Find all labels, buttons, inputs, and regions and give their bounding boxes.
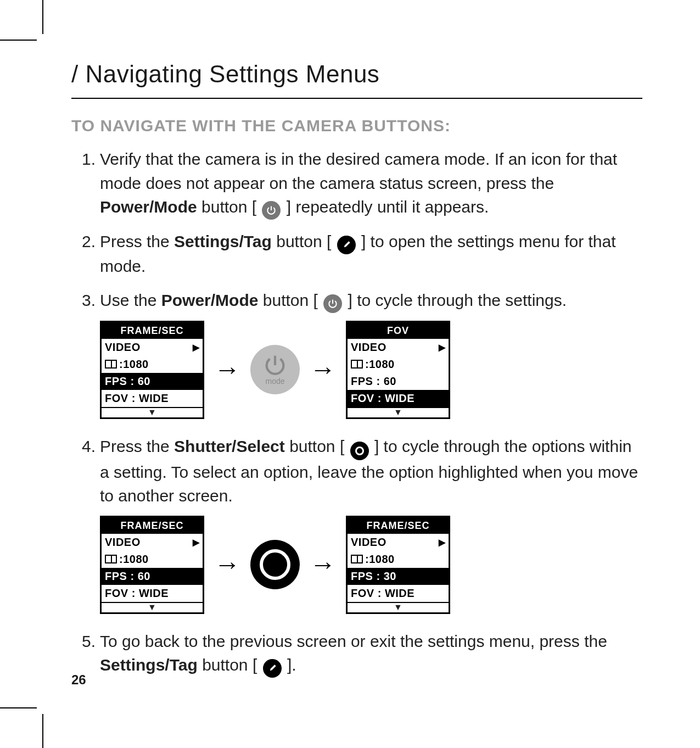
step-text: To go back to the previous screen or exi… <box>100 632 607 650</box>
step-text: Use the <box>100 291 161 309</box>
crop-mark <box>0 40 37 41</box>
lcd-diagram-2: FRAME/SEC VIDEO▶ :1080 FPS : 60 FOV : WI… <box>100 516 642 614</box>
lcd-screen: FRAME/SEC VIDEO▶ :1080 FPS : 60 FOV : WI… <box>100 321 204 419</box>
step-3: 3. Use the Power/Mode button [ ] to cycl… <box>100 288 642 419</box>
arrow-right-icon: → <box>214 545 240 584</box>
lcd-row-video: VIDEO▶ <box>102 339 203 356</box>
settings-tag-label: Settings/Tag <box>100 656 198 674</box>
power-mode-label: Power/Mode <box>161 291 259 309</box>
step-1: 1. Verify that the camera is in the desi… <box>100 147 642 220</box>
lcd-screen: FRAME/SEC VIDEO▶ :1080 FPS : 60 FOV : WI… <box>100 516 204 614</box>
step-5: 5. To go back to the previous screen or … <box>100 629 642 678</box>
lcd-row-res: :1080 <box>102 356 203 373</box>
settings-tag-icon <box>263 659 282 678</box>
step-text: Verify that the camera is in the desired… <box>100 150 617 192</box>
step-text: button [ <box>198 656 262 674</box>
power-mode-icon <box>323 294 342 313</box>
power-mode-label: Power/Mode <box>100 198 197 216</box>
lcd-header: FRAME/SEC <box>348 517 449 534</box>
page-title: / Navigating Settings Menus <box>71 60 642 99</box>
lcd-row-fov-selected: FOV : WIDE <box>348 390 449 407</box>
section-heading: TO NAVIGATE WITH THE CAMERA BUTTONS: <box>71 116 642 135</box>
shutter-select-label: Shutter/Select <box>174 437 285 455</box>
crop-mark <box>42 0 43 34</box>
step-text: button [ <box>197 198 261 216</box>
lcd-footer: ▼ <box>348 602 449 612</box>
shutter-button-graphic <box>250 540 300 589</box>
lcd-row-fps-selected: FPS : 60 <box>102 373 203 390</box>
step-text: Press the <box>100 232 174 250</box>
crop-mark <box>42 714 43 748</box>
page: / Navigating Settings Menus TO NAVIGATE … <box>0 0 700 748</box>
lcd-row-fps-selected: FPS : 60 <box>102 568 203 585</box>
step-text: ] to cycle through the settings. <box>343 291 567 309</box>
lcd-row-res: :1080 <box>348 356 449 373</box>
steps-list: 1. Verify that the camera is in the desi… <box>71 147 642 678</box>
step-number: 4. <box>71 434 96 459</box>
settings-tag-label: Settings/Tag <box>174 232 272 250</box>
lcd-row-fps-selected: FPS : 30 <box>348 568 449 585</box>
lcd-row-res: :1080 <box>348 551 449 568</box>
step-number: 2. <box>71 230 96 254</box>
step-text: ]. <box>283 656 296 674</box>
step-text: button [ <box>272 232 336 250</box>
lcd-row-fov: FOV : WIDE <box>102 585 203 602</box>
step-4: 4. Press the Shutter/Select button [ ] t… <box>100 434 642 614</box>
mode-button-label: mode <box>265 376 284 387</box>
step-number: 5. <box>71 629 96 654</box>
lcd-row-video: VIDEO▶ <box>348 339 449 356</box>
crop-mark <box>0 707 37 708</box>
step-text: button [ <box>258 291 322 309</box>
lcd-row-fps: FPS : 60 <box>348 373 449 390</box>
lcd-screen: FOV VIDEO▶ :1080 FPS : 60 FOV : WIDE ▼ <box>346 321 450 419</box>
arrow-right-icon: → <box>310 545 336 584</box>
lcd-footer: ▼ <box>102 407 203 417</box>
lcd-diagram-1: FRAME/SEC VIDEO▶ :1080 FPS : 60 FOV : WI… <box>100 321 642 419</box>
step-text: button [ <box>285 437 349 455</box>
lcd-row-res: :1080 <box>102 551 203 568</box>
step-number: 1. <box>71 147 96 171</box>
mode-button-graphic: mode <box>250 345 300 394</box>
step-text: ] repeatedly until it appears. <box>282 198 489 216</box>
lcd-screen: FRAME/SEC VIDEO▶ :1080 FPS : 30 FOV : WI… <box>346 516 450 614</box>
settings-tag-icon <box>337 236 356 254</box>
power-mode-icon <box>262 201 281 220</box>
step-number: 3. <box>71 288 96 312</box>
lcd-header: FRAME/SEC <box>102 322 203 339</box>
arrow-right-icon: → <box>214 350 240 389</box>
lcd-row-video: VIDEO▶ <box>102 534 203 551</box>
lcd-header: FRAME/SEC <box>102 517 203 534</box>
lcd-footer: ▼ <box>348 407 449 417</box>
arrow-right-icon: → <box>310 350 336 389</box>
step-text: Press the <box>100 437 174 455</box>
lcd-row-fov: FOV : WIDE <box>102 390 203 407</box>
page-number: 26 <box>71 672 86 688</box>
content-area: / Navigating Settings Menus TO NAVIGATE … <box>71 60 642 688</box>
step-2: 2. Press the Settings/Tag button [ ] to … <box>100 230 642 278</box>
lcd-row-video: VIDEO▶ <box>348 534 449 551</box>
shutter-select-icon <box>350 442 369 460</box>
lcd-footer: ▼ <box>102 602 203 612</box>
lcd-header: FOV <box>348 322 449 339</box>
lcd-row-fov: FOV : WIDE <box>348 585 449 602</box>
